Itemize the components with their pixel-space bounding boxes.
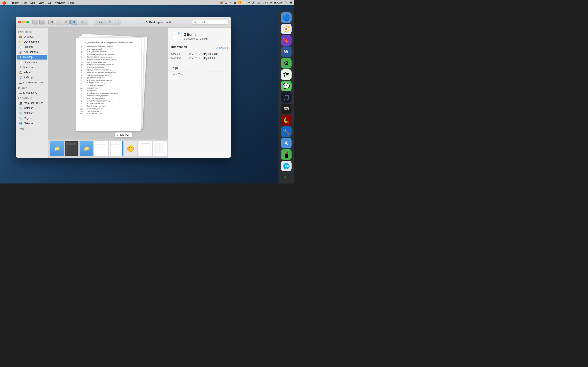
dock-xcode[interactable]: 🔨 xyxy=(281,126,292,137)
sidebar-item-icloud-drive[interactable]: ☁ iCloud Drive xyxy=(17,90,47,95)
citation-ref: 6.470 xyxy=(80,58,86,60)
citation-line: 6.470Aeneas (dead) leaves Aeneas with mu… xyxy=(80,58,137,60)
menubar-bluetooth[interactable]: ✳ xyxy=(248,1,250,4)
sidebar-item-desktop[interactable]: 🖥 Desktop xyxy=(17,55,47,59)
menubar-edit[interactable]: Edit xyxy=(30,1,35,4)
add-tags-field[interactable]: Add Tags... xyxy=(171,72,228,77)
dock-app1[interactable]: 🔖 xyxy=(281,35,292,46)
sidebar-item-applications[interactable]: 🚀 Applications xyxy=(17,50,47,54)
dock-app3[interactable]: 🐛 xyxy=(281,115,292,125)
thumb-doc-5[interactable] xyxy=(168,141,168,156)
citation-ref: 7.320 xyxy=(80,85,86,86)
menubar-volume[interactable]: 🔊 xyxy=(252,1,255,4)
menubar-dropbox[interactable]: 📦 xyxy=(220,1,223,4)
citation-text: Creusa: "Don't grieve; be happy. You'll … xyxy=(87,101,112,103)
menubar-view[interactable]: View xyxy=(39,1,44,4)
menubar-app-name[interactable]: Finder xyxy=(11,1,19,4)
thumb-face[interactable]: 😊 xyxy=(123,141,138,156)
downloads-icon: ⬇ xyxy=(19,66,21,69)
arrange-button[interactable]: ⊞ ▾ xyxy=(78,20,88,25)
sidebar-item-development[interactable]: 📁 Development xyxy=(17,39,47,44)
citation-line: 10.773Mezentius: "My right hand, my god!… xyxy=(80,108,137,109)
menubar-user[interactable]: Edward xyxy=(274,1,283,4)
tag-button[interactable]: ⬜ xyxy=(114,20,121,25)
thumb-doc-selected[interactable]: Citations xyxy=(109,141,123,156)
sidebar-item-macbookpro[interactable]: 💻 MacBookPro-EM xyxy=(17,100,47,105)
sidebar-label-macbookpro: MacBookPro-EM xyxy=(24,101,43,104)
menubar-battery[interactable]: 🔋 xyxy=(243,1,246,4)
icloud-drive-icon: ☁ xyxy=(19,91,22,94)
title-text: Desktop — Local xyxy=(149,21,171,24)
dock-chrome[interactable]: 🌐 xyxy=(281,161,292,171)
sidebar-item-mojave[interactable]: 💿 Mojave xyxy=(17,116,47,121)
thumb-doc-2[interactable]: Citations xyxy=(94,141,108,156)
sidebar-item-catalina2[interactable]: 💿 Catalina xyxy=(17,111,47,116)
menubar-unknown1[interactable]: ◎ xyxy=(225,1,227,4)
view-list-button[interactable]: ☰ xyxy=(56,20,62,25)
dock-appstore[interactable]: A xyxy=(281,138,292,149)
sidebar-item-dropbox[interactable]: 📦 Dropbox xyxy=(17,34,47,39)
thumb-doc-4[interactable] xyxy=(153,141,167,156)
sidebar-item-documents[interactable]: 📄 Documents xyxy=(17,60,47,65)
thumb-folder-1[interactable]: 📁 xyxy=(50,141,64,156)
menubar-unknown2[interactable]: ▦ xyxy=(233,1,236,4)
forward-button[interactable]: › xyxy=(39,20,45,25)
thumb-folder-2[interactable]: 📁 xyxy=(79,141,93,156)
menubar-window[interactable]: Window xyxy=(55,1,65,4)
dock-safari[interactable]: 🧭 xyxy=(281,24,292,34)
dock-iterm[interactable]: >_ xyxy=(281,172,292,183)
sidebar-item-network[interactable]: 🌐 Network xyxy=(17,121,47,126)
view-cover-button[interactable]: ⊞ xyxy=(70,20,77,25)
citation-text: Ascanius's after-dinner joke: "We just a… xyxy=(87,73,111,75)
sidebar-label-development: Development xyxy=(24,40,39,43)
share-button[interactable]: ⬆ xyxy=(107,20,113,25)
dock-finder[interactable]: 🔵 xyxy=(281,12,292,23)
thumb-doc-3[interactable] xyxy=(138,141,152,156)
show-more-button[interactable]: Show More xyxy=(215,47,228,49)
citation-ref: 6.100 xyxy=(80,54,86,55)
dock-messages[interactable]: 💬 xyxy=(281,81,292,91)
close-button[interactable] xyxy=(18,21,21,24)
thumb-doc-1[interactable] xyxy=(65,141,79,156)
dock-terminal[interactable]: ⌨ xyxy=(281,104,292,114)
dock-music[interactable]: 🎵 xyxy=(281,92,292,103)
menubar-go[interactable]: Go xyxy=(48,1,52,4)
action-button[interactable]: ⚙ ▾ xyxy=(95,20,106,25)
menubar-search[interactable]: 🔍 xyxy=(285,1,288,4)
minimize-button[interactable] xyxy=(22,21,25,24)
dock-app4[interactable]: 📱 xyxy=(281,149,292,160)
dock-word[interactable]: W xyxy=(281,47,292,57)
search-bar[interactable]: 🔍 Search xyxy=(192,20,229,25)
menubar-wifi[interactable]: 📶 xyxy=(238,1,241,4)
sidebar-item-airdrop[interactable]: 📡 AirDrop xyxy=(17,75,47,80)
sidebar-item-recents[interactable]: 🕐 Recents xyxy=(17,44,47,49)
creative-cloud-icon: ☁ xyxy=(19,81,22,84)
menubar-file[interactable]: File xyxy=(22,1,27,4)
maximize-button[interactable] xyxy=(26,21,29,24)
view-column-button[interactable]: ⊟ xyxy=(63,20,70,25)
back-button[interactable]: ‹ xyxy=(32,20,38,25)
dock-maps[interactable]: 🗺 xyxy=(281,69,292,80)
menubar-mic[interactable]: 🎙 xyxy=(229,1,232,4)
search-placeholder: Search xyxy=(198,21,206,24)
citation-text: Aeneas: "I would have been happier dead.… xyxy=(87,50,106,52)
menubar-help[interactable]: Help xyxy=(68,1,74,4)
menubar-right: 📦 ◎ 🎙 ▦ 📶 🔋 ✳ 🔊 26° 3:58 PM Edward 🔍 ☰ xyxy=(220,1,292,4)
citation-ref: 7.5h xyxy=(80,96,86,98)
sidebar-item-catalina1[interactable]: 💿 Catalina xyxy=(17,106,47,110)
sidebar-item-creative-cloud[interactable]: ☁ Creative Cloud Files xyxy=(17,80,47,85)
menubar-temperature[interactable]: 26° xyxy=(257,1,261,4)
apple-menu[interactable]: 🍎 xyxy=(2,1,6,5)
sidebar-item-edward[interactable]: 🏠 edward xyxy=(17,70,47,75)
doc-front[interactable]: Some paraphrased citations from the Aene… xyxy=(76,38,141,131)
citation-ref: 7.117 xyxy=(80,73,86,75)
menubar-notif[interactable]: ☰ xyxy=(290,1,292,4)
citation-ref: 3.481 xyxy=(80,70,86,72)
dock-app2[interactable]: ⚙ xyxy=(281,58,292,68)
tags-label: Tags xyxy=(16,126,48,131)
sidebar-label-dropbox: Dropbox xyxy=(24,35,34,38)
view-buttons: ⊞ ☰ ⊟ ⊞ ⊞ ▾ xyxy=(48,20,88,25)
citation-line: 5.871Aeneas: "Palinurus, you were too tr… xyxy=(80,80,137,81)
sidebar-item-downloads[interactable]: ⬇ Downloads xyxy=(17,65,47,70)
view-icon-button[interactable]: ⊞ xyxy=(48,20,55,25)
